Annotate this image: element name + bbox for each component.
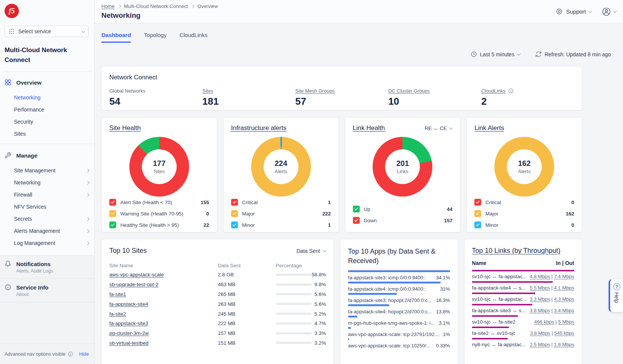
chart-title-link[interactable]: Link Health: [353, 124, 385, 132]
top-links-title[interactable]: Top 10 Links (by Throughput): [472, 247, 574, 255]
site-row: sb-virtual-testbed151 MB3.2%: [109, 338, 326, 348]
sidebar-item-notifications[interactable]: Notifications Alerts, Audit Logs: [0, 255, 94, 279]
legend-checkbox[interactable]: [109, 221, 116, 228]
legend-checkbox[interactable]: [231, 210, 238, 217]
link-in-value[interactable]: 5.5 Mbps: [530, 285, 550, 291]
legend-checkbox[interactable]: [474, 199, 481, 206]
breadcrumb-item[interactable]: Overview: [197, 3, 218, 9]
sidebar-section-overview[interactable]: Overview: [0, 75, 94, 90]
sidebar-section-manage[interactable]: Manage: [0, 148, 94, 163]
sidebar-item-firewall[interactable]: Firewall: [0, 189, 94, 201]
summary-stat-label[interactable]: Sites: [202, 88, 295, 94]
percentage-label: 5.6%: [314, 291, 326, 297]
chevron-right-icon: [86, 241, 90, 245]
link-health-endpoint-selector[interactable]: RE ↔ CE: [425, 125, 453, 131]
site-name-link[interactable]: fa-site2: [109, 311, 218, 317]
link-out-value[interactable]: 4.1 Mbps: [554, 285, 574, 291]
f5-logo[interactable]: f5: [5, 4, 19, 18]
link-in-value[interactable]: 3.3 Mbps: [530, 296, 550, 302]
percentage-label: 5.2%: [314, 311, 326, 317]
percentage-bar-track: [276, 322, 312, 325]
site-name-link[interactable]: sb-virtual-testbed: [109, 340, 218, 346]
top-sites-sort-selector[interactable]: Data Sent: [297, 248, 326, 254]
link-in-value[interactable]: 4.8 Mbps: [530, 274, 550, 279]
sidebar-item-alerts-management[interactable]: Alerts Management: [0, 225, 94, 237]
site-percentage: 4.7%: [276, 321, 326, 326]
tab-dashboard[interactable]: Dashboard: [101, 32, 131, 43]
link-values: 3.8 Mbps | 3.4 Mbps: [530, 308, 574, 313]
chart-title-row: Link Alerts: [474, 124, 574, 132]
app-label: aws-vpc-appstack-scale: tcp:10250/...: [348, 343, 430, 349]
legend-checkbox[interactable]: [474, 221, 481, 228]
sidebar-item-secrets[interactable]: Secrets: [0, 213, 94, 225]
legend-checkbox[interactable]: [231, 199, 238, 206]
link-in-value[interactable]: 3.8 Mbps: [530, 330, 550, 336]
legend-checkbox[interactable]: [231, 221, 238, 228]
link-out-value[interactable]: 1.8 Mbps: [554, 342, 574, 347]
support-menu[interactable]: Support: [556, 8, 592, 15]
summary-stat-label[interactable]: CloudLinks: [481, 88, 574, 94]
summary-stat-sites: Sites181: [202, 88, 295, 107]
link-label-row: sv10-sjc ↔ fa-site2466 kbps | 5 Mbps: [472, 319, 574, 325]
link-row: sv10-sjc ↔ fa-appstac...4.8 Mbps | 7.4 M…: [472, 270, 574, 279]
refresh-control[interactable]: Refresh: Updated 8 min ago: [535, 51, 611, 57]
sidebar-item-nfv-services[interactable]: NFV Services: [0, 201, 94, 213]
sidebar-item-performance[interactable]: Performance: [0, 104, 94, 116]
site-name-link[interactable]: pg-cluster-3m-2w: [109, 330, 218, 336]
link-name: sv10-sjc ↔ fa-appstac...: [472, 274, 527, 279]
link-in-value[interactable]: 466 kbps: [534, 319, 554, 325]
select-service-dropdown[interactable]: Select service: [5, 26, 89, 37]
breadcrumb-item[interactable]: Multi-Cloud Network Connect: [124, 3, 188, 9]
chart-title-link[interactable]: Link Alerts: [474, 124, 504, 132]
legend-item: Down157: [353, 215, 453, 226]
site-name-link[interactable]: sb-upgrade-test-opt-2: [109, 282, 218, 287]
chart-title-link[interactable]: Site Health: [109, 124, 141, 132]
legend-checkbox[interactable]: [109, 210, 116, 217]
summary-stat-label-text: Global Networks: [109, 88, 145, 94]
hide-link[interactable]: Hide: [79, 352, 89, 357]
sidebar-section-items: NetworkingPerformanceSecuritySites: [0, 91, 94, 140]
site-name-link[interactable]: fa-site1: [109, 291, 218, 297]
site-name-link[interactable]: aws-vpc-appstack-scale: [109, 272, 218, 277]
sidebar-item-service-info[interactable]: Service Info About: [0, 279, 94, 302]
link-in-value[interactable]: 2.5 Mbps: [530, 342, 550, 347]
sidebar-item-log-management[interactable]: Log Management: [0, 237, 94, 249]
summary-stat-label[interactable]: DC Cluster Groups: [388, 88, 481, 94]
sidebar-top: f5 Select service Multi-Cloud Network Co…: [0, 0, 94, 72]
legend-checkbox[interactable]: [353, 206, 360, 212]
help-tab[interactable]: ? Help: [609, 279, 623, 312]
legend-checkbox[interactable]: [353, 217, 360, 224]
sidebar-item-networking[interactable]: Networking: [0, 91, 94, 104]
app-row: fa-appstack-site3: icmp:0/0:0:9400::34.1…: [348, 270, 450, 280]
legend-checkbox[interactable]: [109, 199, 116, 206]
tab-topology[interactable]: Topology: [144, 32, 166, 43]
link-out-value[interactable]: 3.4 Mbps: [554, 308, 574, 313]
site-name-link[interactable]: fa-appstack-site3: [109, 321, 218, 326]
link-out-value[interactable]: 7.4 Mbps: [554, 274, 574, 279]
link-out-value[interactable]: 5 Mbps: [558, 319, 574, 325]
chart-title-link[interactable]: Infrastructure alerts: [231, 124, 286, 132]
time-range-selector[interactable]: Last 5 minutes: [471, 51, 520, 57]
link-out-value[interactable]: 545 kbps: [554, 330, 574, 336]
legend-checkbox[interactable]: [474, 210, 481, 217]
percentage-bar-track: [276, 332, 312, 335]
legend-label: Minor: [485, 222, 498, 228]
summary-stat-dc-cluster-groups: DC Cluster Groups10: [388, 88, 481, 107]
site-name-link[interactable]: fa-appstack-site4: [109, 301, 218, 307]
link-out-value[interactable]: 4.3 Mbps: [554, 296, 574, 302]
sidebar-item-label: NFV Services: [14, 204, 47, 210]
tab-cloudlinks[interactable]: CloudLinks: [179, 32, 207, 43]
product-title: Multi-Cloud Network Connect: [5, 45, 90, 65]
sidebar-item-sites[interactable]: Sites: [0, 128, 94, 140]
sidebar: f5 Select service Multi-Cloud Network Co…: [0, 0, 95, 364]
breadcrumb-item[interactable]: Home: [101, 3, 115, 9]
sidebar-item-security[interactable]: Security: [0, 116, 94, 128]
link-in-value[interactable]: 3.8 Mbps: [530, 308, 550, 313]
app-percentage: 0.33%: [436, 343, 450, 349]
account-menu[interactable]: [601, 7, 616, 17]
sidebar-item-networking[interactable]: Networking: [0, 177, 94, 189]
sidebar-item-site-management[interactable]: Site Management: [0, 164, 94, 177]
legend-value: 0: [571, 200, 574, 205]
summary-stat-label[interactable]: Site Mesh Groups: [295, 88, 388, 94]
legend-item: Warning Site (Health 70-95)0: [109, 208, 209, 219]
